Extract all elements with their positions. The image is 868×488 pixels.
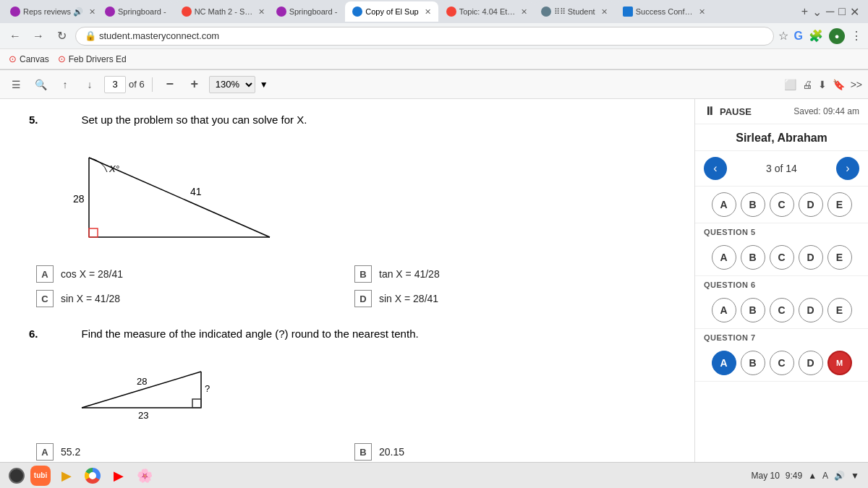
q5-answer-b[interactable]: B bbox=[741, 245, 765, 270]
answer-box-6a[interactable]: A bbox=[36, 443, 54, 461]
answer-6a: A 55.2 bbox=[36, 443, 347, 461]
window-controls: + ⌄ ─ □ ✕ bbox=[801, 5, 865, 19]
tab-search-btn[interactable]: ⌄ bbox=[812, 5, 822, 19]
bookmark-canvas[interactable]: ⊙ Canvas bbox=[9, 53, 49, 64]
top-answer-b[interactable]: B bbox=[741, 192, 765, 217]
zoom-out-btn[interactable]: − bbox=[160, 74, 180, 95]
q6-answer-b[interactable]: B bbox=[741, 298, 765, 322]
more-pdf-icon[interactable]: >> bbox=[851, 79, 862, 90]
zoom-select[interactable]: 130% 100% 150% bbox=[209, 76, 255, 93]
print-icon[interactable]: 🖨 bbox=[802, 79, 812, 90]
answer-box-5d[interactable]: D bbox=[354, 290, 372, 307]
tab-reps-reviews[interactable]: Reps reviews 🔊 ✕ bbox=[3, 1, 97, 22]
prev-student-btn[interactable]: ‹ bbox=[704, 157, 727, 180]
profile-icon[interactable]: ● bbox=[829, 28, 845, 44]
taskbar-settings-icon[interactable]: ▼ bbox=[851, 471, 859, 481]
new-tab-btn[interactable]: + bbox=[801, 5, 808, 18]
top-answer-e[interactable]: E bbox=[827, 192, 852, 217]
taskbar-wifi-icon[interactable]: A bbox=[822, 471, 828, 481]
q5-answer-e[interactable]: E bbox=[827, 245, 852, 270]
pdf-scroll-down-btn[interactable]: ↓ bbox=[80, 74, 100, 95]
answer-5b: B tan X = 41/28 bbox=[354, 265, 665, 283]
taskbar-date: May 10 bbox=[751, 471, 779, 481]
tab-springboard-1[interactable]: Springboard - bbox=[98, 1, 174, 22]
right-panel: ⏸ PAUSE Saved: 09:44 am Sirleaf, Abraham… bbox=[694, 99, 868, 488]
page-number-input[interactable] bbox=[104, 76, 126, 93]
extension-icon[interactable]: 🧩 bbox=[809, 29, 823, 43]
q5-answer-c[interactable]: C bbox=[770, 245, 794, 270]
svg-text:23: 23 bbox=[138, 410, 148, 421]
q5-answer-a[interactable]: A bbox=[712, 245, 736, 270]
close-window-btn[interactable]: ✕ bbox=[850, 5, 859, 19]
answer-text-5c: sin X = 41/28 bbox=[61, 293, 120, 304]
zoom-in-btn[interactable]: + bbox=[184, 74, 205, 95]
pdf-toolbar: ☰ 🔍 ↑ ↓ of 6 − + 130% 100% 150% ▼ ⬜ 🖨 ⬇ … bbox=[0, 70, 868, 99]
answer-5d: D sin X = 28/41 bbox=[354, 290, 665, 307]
tab-springboard-2[interactable]: Springboard - bbox=[269, 1, 345, 22]
taskbar-notification-icon[interactable]: ▲ bbox=[808, 471, 817, 481]
photos-app[interactable]: 🌸 bbox=[135, 466, 155, 486]
q7-answer-e[interactable]: M bbox=[827, 351, 852, 375]
minimize-btn[interactable]: ─ bbox=[826, 5, 834, 18]
q7-answer-c[interactable]: C bbox=[770, 351, 794, 375]
pause-button[interactable]: ⏸ PAUSE bbox=[704, 105, 752, 118]
q7-answer-b[interactable]: B bbox=[741, 351, 765, 375]
feb-drivers-icon: ⊙ bbox=[58, 53, 66, 64]
circle-btn[interactable] bbox=[9, 468, 25, 484]
maximize-btn[interactable]: □ bbox=[838, 5, 846, 18]
svg-rect-3 bbox=[89, 228, 98, 237]
q6-answer-c[interactable]: C bbox=[770, 298, 794, 322]
save-pdf-icon[interactable]: ⬇ bbox=[818, 79, 827, 90]
top-answer-c[interactable]: C bbox=[770, 192, 794, 217]
q6-answer-e[interactable]: E bbox=[827, 298, 852, 322]
more-options-icon[interactable]: ⋮ bbox=[851, 29, 862, 43]
answer-box-6b[interactable]: B bbox=[354, 443, 372, 461]
chrome-app[interactable] bbox=[82, 466, 103, 486]
q7-answer-a[interactable]: A bbox=[712, 351, 736, 375]
tab-nc-math[interactable]: NC Math 2 - S… ✕ bbox=[174, 1, 268, 22]
question-5-number: 5. bbox=[29, 114, 38, 126]
tab-student[interactable]: ⠿⠿ Student ✕ bbox=[534, 1, 615, 22]
answer-box-5b[interactable]: B bbox=[354, 265, 372, 283]
tab-topic[interactable]: Topic: 4.04 Et… ✕ bbox=[439, 1, 533, 22]
tab-bar: Reps reviews 🔊 ✕ Springboard - NC Math 2… bbox=[0, 0, 868, 23]
tubi-app[interactable]: tubi bbox=[30, 466, 51, 486]
q7-answer-d[interactable]: D bbox=[799, 351, 823, 375]
answer-box-5c[interactable]: C bbox=[36, 290, 54, 307]
tab-success-conf[interactable]: Success Conf… ✕ bbox=[616, 1, 710, 22]
next-student-btn[interactable]: › bbox=[836, 157, 859, 180]
zoom-dropdown-icon[interactable]: ▼ bbox=[260, 80, 268, 90]
fit-page-icon[interactable]: ⬜ bbox=[784, 79, 796, 90]
question-6-label: QUESTION 6 bbox=[704, 281, 859, 289]
bookmark-feb-drivers-ed[interactable]: ⊙ Feb Drivers Ed bbox=[58, 53, 127, 64]
main-layout: 5. Set up the problem so that you can so… bbox=[0, 99, 868, 488]
answer-text-6b: 20.15 bbox=[379, 446, 404, 458]
taskbar-right: May 10 9:49 ▲ A 🔊 ▼ bbox=[751, 471, 859, 481]
nav-icons: ☆ G 🧩 ● ⋮ bbox=[778, 28, 862, 44]
forward-button[interactable]: → bbox=[29, 27, 48, 46]
reload-button[interactable]: ↻ bbox=[52, 27, 71, 46]
url-bar[interactable]: 🔒 student.masteryconnect.com bbox=[75, 27, 774, 46]
q6-answer-d[interactable]: D bbox=[799, 298, 823, 322]
taskbar-volume-icon[interactable]: 🔊 bbox=[834, 471, 845, 481]
taskbar: tubi ▶ ▶ 🌸 May 10 9:49 ▲ A 🔊 ▼ bbox=[0, 462, 868, 488]
plex-app[interactable]: ▶ bbox=[56, 466, 77, 486]
top-answer-d[interactable]: D bbox=[799, 192, 823, 217]
youtube-app[interactable]: ▶ bbox=[109, 466, 129, 486]
back-button[interactable]: ← bbox=[6, 27, 25, 46]
canvas-icon: ⊙ bbox=[9, 53, 17, 64]
q5-answer-d[interactable]: D bbox=[799, 245, 823, 270]
tab-close-icon[interactable]: ✕ bbox=[425, 7, 431, 17]
g-icon[interactable]: G bbox=[794, 30, 803, 43]
bookmark-star-icon[interactable]: ☆ bbox=[778, 29, 788, 43]
q6-answer-buttons: A B C D E bbox=[695, 292, 868, 329]
tab-copy-el-sup[interactable]: Copy of El Sup ✕ bbox=[345, 1, 438, 22]
pdf-search-btn[interactable]: 🔍 bbox=[30, 74, 51, 95]
top-answer-a[interactable]: A bbox=[712, 192, 736, 217]
taskbar-left: tubi ▶ ▶ 🌸 bbox=[9, 466, 155, 486]
pdf-scroll-up-btn[interactable]: ↑ bbox=[55, 74, 75, 95]
answer-box-5a[interactable]: A bbox=[36, 265, 54, 283]
bookmark-pdf-icon[interactable]: 🔖 bbox=[833, 79, 845, 90]
sidebar-toggle-btn[interactable]: ☰ bbox=[6, 74, 26, 95]
q6-answer-a[interactable]: A bbox=[712, 298, 736, 322]
